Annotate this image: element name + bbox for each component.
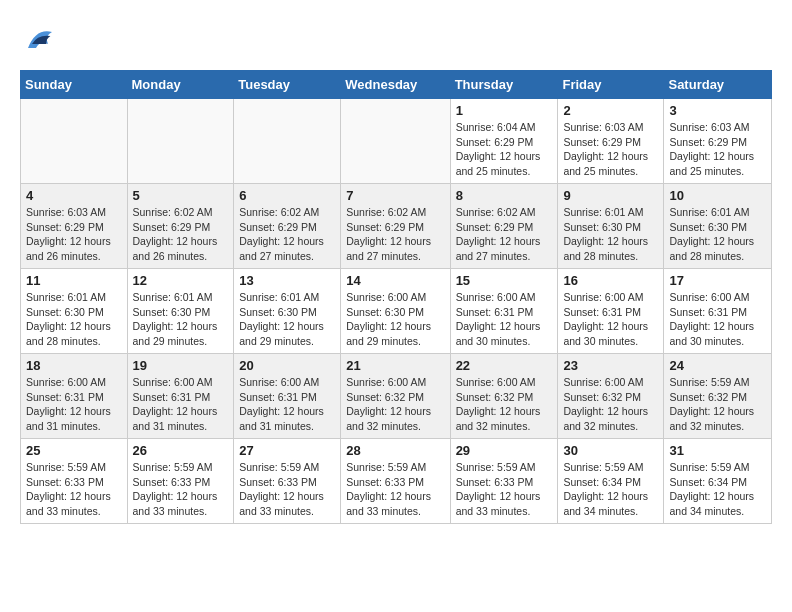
calendar-table: SundayMondayTuesdayWednesdayThursdayFrid… [20,70,772,524]
day-info: Sunrise: 6:00 AM Sunset: 6:31 PM Dayligh… [239,375,335,434]
day-number: 30 [563,443,658,458]
day-info: Sunrise: 6:00 AM Sunset: 6:31 PM Dayligh… [456,290,553,349]
day-number: 2 [563,103,658,118]
weekday-header-monday: Monday [127,71,234,99]
weekday-header-wednesday: Wednesday [341,71,450,99]
day-info: Sunrise: 5:59 AM Sunset: 6:33 PM Dayligh… [239,460,335,519]
weekday-header-thursday: Thursday [450,71,558,99]
day-info: Sunrise: 5:59 AM Sunset: 6:33 PM Dayligh… [133,460,229,519]
day-number: 31 [669,443,766,458]
day-number: 22 [456,358,553,373]
calendar-cell: 19Sunrise: 6:00 AM Sunset: 6:31 PM Dayli… [127,354,234,439]
day-number: 5 [133,188,229,203]
calendar-cell [127,99,234,184]
day-info: Sunrise: 5:59 AM Sunset: 6:34 PM Dayligh… [669,460,766,519]
day-number: 16 [563,273,658,288]
general-blue-logo-icon [20,20,60,60]
day-info: Sunrise: 6:01 AM Sunset: 6:30 PM Dayligh… [26,290,122,349]
calendar-cell: 15Sunrise: 6:00 AM Sunset: 6:31 PM Dayli… [450,269,558,354]
day-info: Sunrise: 6:03 AM Sunset: 6:29 PM Dayligh… [669,120,766,179]
weekday-header-friday: Friday [558,71,664,99]
day-number: 9 [563,188,658,203]
day-number: 11 [26,273,122,288]
day-info: Sunrise: 5:59 AM Sunset: 6:33 PM Dayligh… [456,460,553,519]
calendar-cell: 8Sunrise: 6:02 AM Sunset: 6:29 PM Daylig… [450,184,558,269]
day-number: 4 [26,188,122,203]
day-info: Sunrise: 6:00 AM Sunset: 6:30 PM Dayligh… [346,290,444,349]
day-info: Sunrise: 6:01 AM Sunset: 6:30 PM Dayligh… [239,290,335,349]
day-info: Sunrise: 6:03 AM Sunset: 6:29 PM Dayligh… [563,120,658,179]
calendar-cell: 9Sunrise: 6:01 AM Sunset: 6:30 PM Daylig… [558,184,664,269]
calendar-cell: 12Sunrise: 6:01 AM Sunset: 6:30 PM Dayli… [127,269,234,354]
day-number: 12 [133,273,229,288]
calendar-cell: 31Sunrise: 5:59 AM Sunset: 6:34 PM Dayli… [664,439,772,524]
day-number: 27 [239,443,335,458]
calendar-cell: 2Sunrise: 6:03 AM Sunset: 6:29 PM Daylig… [558,99,664,184]
day-info: Sunrise: 6:00 AM Sunset: 6:31 PM Dayligh… [26,375,122,434]
day-number: 26 [133,443,229,458]
day-info: Sunrise: 6:00 AM Sunset: 6:31 PM Dayligh… [563,290,658,349]
week-row-1: 1Sunrise: 6:04 AM Sunset: 6:29 PM Daylig… [21,99,772,184]
day-number: 13 [239,273,335,288]
calendar-cell [21,99,128,184]
page-header [20,20,772,60]
day-info: Sunrise: 5:59 AM Sunset: 6:33 PM Dayligh… [346,460,444,519]
day-info: Sunrise: 6:02 AM Sunset: 6:29 PM Dayligh… [456,205,553,264]
day-number: 20 [239,358,335,373]
weekday-header-saturday: Saturday [664,71,772,99]
day-number: 21 [346,358,444,373]
day-info: Sunrise: 6:04 AM Sunset: 6:29 PM Dayligh… [456,120,553,179]
calendar-cell: 20Sunrise: 6:00 AM Sunset: 6:31 PM Dayli… [234,354,341,439]
day-number: 24 [669,358,766,373]
day-number: 14 [346,273,444,288]
day-info: Sunrise: 6:02 AM Sunset: 6:29 PM Dayligh… [133,205,229,264]
day-number: 10 [669,188,766,203]
day-info: Sunrise: 5:59 AM Sunset: 6:34 PM Dayligh… [563,460,658,519]
day-number: 3 [669,103,766,118]
calendar-cell: 23Sunrise: 6:00 AM Sunset: 6:32 PM Dayli… [558,354,664,439]
calendar-cell: 7Sunrise: 6:02 AM Sunset: 6:29 PM Daylig… [341,184,450,269]
day-number: 15 [456,273,553,288]
week-row-2: 4Sunrise: 6:03 AM Sunset: 6:29 PM Daylig… [21,184,772,269]
day-info: Sunrise: 6:02 AM Sunset: 6:29 PM Dayligh… [346,205,444,264]
day-info: Sunrise: 6:03 AM Sunset: 6:29 PM Dayligh… [26,205,122,264]
calendar-cell: 6Sunrise: 6:02 AM Sunset: 6:29 PM Daylig… [234,184,341,269]
calendar-cell: 1Sunrise: 6:04 AM Sunset: 6:29 PM Daylig… [450,99,558,184]
calendar-cell: 10Sunrise: 6:01 AM Sunset: 6:30 PM Dayli… [664,184,772,269]
week-row-5: 25Sunrise: 5:59 AM Sunset: 6:33 PM Dayli… [21,439,772,524]
day-info: Sunrise: 6:00 AM Sunset: 6:31 PM Dayligh… [133,375,229,434]
day-number: 23 [563,358,658,373]
day-info: Sunrise: 6:00 AM Sunset: 6:31 PM Dayligh… [669,290,766,349]
day-info: Sunrise: 6:00 AM Sunset: 6:32 PM Dayligh… [563,375,658,434]
calendar-cell: 26Sunrise: 5:59 AM Sunset: 6:33 PM Dayli… [127,439,234,524]
calendar-cell [341,99,450,184]
calendar-cell: 11Sunrise: 6:01 AM Sunset: 6:30 PM Dayli… [21,269,128,354]
day-number: 19 [133,358,229,373]
day-number: 6 [239,188,335,203]
logo [20,20,64,60]
day-number: 28 [346,443,444,458]
calendar-cell [234,99,341,184]
day-info: Sunrise: 6:01 AM Sunset: 6:30 PM Dayligh… [563,205,658,264]
day-number: 8 [456,188,553,203]
calendar-cell: 16Sunrise: 6:00 AM Sunset: 6:31 PM Dayli… [558,269,664,354]
day-number: 25 [26,443,122,458]
day-number: 18 [26,358,122,373]
calendar-cell: 18Sunrise: 6:00 AM Sunset: 6:31 PM Dayli… [21,354,128,439]
day-number: 7 [346,188,444,203]
day-number: 1 [456,103,553,118]
day-info: Sunrise: 6:01 AM Sunset: 6:30 PM Dayligh… [133,290,229,349]
calendar-cell: 3Sunrise: 6:03 AM Sunset: 6:29 PM Daylig… [664,99,772,184]
calendar-cell: 28Sunrise: 5:59 AM Sunset: 6:33 PM Dayli… [341,439,450,524]
calendar-cell: 13Sunrise: 6:01 AM Sunset: 6:30 PM Dayli… [234,269,341,354]
weekday-header-tuesday: Tuesday [234,71,341,99]
calendar-cell: 5Sunrise: 6:02 AM Sunset: 6:29 PM Daylig… [127,184,234,269]
calendar-cell: 22Sunrise: 6:00 AM Sunset: 6:32 PM Dayli… [450,354,558,439]
day-info: Sunrise: 5:59 AM Sunset: 6:33 PM Dayligh… [26,460,122,519]
day-info: Sunrise: 6:00 AM Sunset: 6:32 PM Dayligh… [346,375,444,434]
day-info: Sunrise: 5:59 AM Sunset: 6:32 PM Dayligh… [669,375,766,434]
calendar-cell: 24Sunrise: 5:59 AM Sunset: 6:32 PM Dayli… [664,354,772,439]
day-number: 29 [456,443,553,458]
calendar-cell: 21Sunrise: 6:00 AM Sunset: 6:32 PM Dayli… [341,354,450,439]
calendar-cell: 30Sunrise: 5:59 AM Sunset: 6:34 PM Dayli… [558,439,664,524]
